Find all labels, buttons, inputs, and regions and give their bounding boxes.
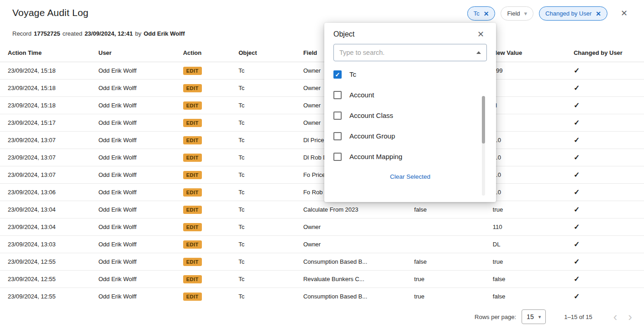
cell-user: Odd Erik Wolff xyxy=(95,253,179,271)
table-row[interactable]: 23/09/2024, 13:03 Odd Erik Wolff EDIT Tc… xyxy=(0,236,644,253)
table-row[interactable]: 23/09/2024, 12:55 Odd Erik Wolff EDIT Tc… xyxy=(0,271,644,288)
cell-user: Odd Erik Wolff xyxy=(95,97,179,114)
search-input[interactable] xyxy=(333,44,487,61)
cell-action-time: 23/09/2024, 15:18 xyxy=(0,80,95,97)
check-icon: ✓ xyxy=(574,67,580,75)
cell-object: Tc xyxy=(235,62,300,80)
checkbox-icon[interactable] xyxy=(333,153,342,161)
scrollbar-thumb[interactable] xyxy=(482,96,485,144)
checkbox-icon[interactable] xyxy=(333,132,342,140)
cell-action: EDIT xyxy=(179,97,235,114)
object-option[interactable]: Account xyxy=(333,85,487,105)
close-icon[interactable]: ✕ xyxy=(621,9,628,17)
filter-chips: Tc ✕ Field ▾ Changed by User ✕ xyxy=(467,6,607,21)
pagination-footer: Rows per page: 15 ▾ 1–15 of 15 ‹ › xyxy=(0,303,644,330)
scrollbar[interactable] xyxy=(482,96,485,196)
check-icon: ✓ xyxy=(574,101,580,109)
cell-new-value: DL xyxy=(489,236,570,253)
filter-chip-label: Tc xyxy=(474,10,480,17)
checkbox-icon[interactable]: ✓ xyxy=(333,70,342,79)
table-row[interactable]: 23/09/2024, 12:55 Odd Erik Wolff EDIT Tc… xyxy=(0,253,644,271)
top-bar: Voyage Audit Log Tc ✕ Field ▾ Changed by… xyxy=(0,0,644,25)
table-row[interactable]: 23/09/2024, 13:04 Odd Erik Wolff EDIT Tc… xyxy=(0,201,644,218)
cell-action-time: 23/09/2024, 13:04 xyxy=(0,218,95,236)
cell-user: Odd Erik Wolff xyxy=(95,114,179,132)
cell-action: EDIT xyxy=(179,184,235,201)
cell-field: Consumption Based B... xyxy=(300,288,411,305)
filter-chip[interactable]: Tc ✕ xyxy=(467,6,496,21)
check-icon: ✓ xyxy=(574,171,580,179)
cell-new-value: H xyxy=(489,97,570,114)
cell-action-time: 23/09/2024, 13:03 xyxy=(0,236,95,253)
object-option-label: Account Mapping xyxy=(349,153,402,160)
cell-object: Tc xyxy=(235,201,300,218)
object-option[interactable]: Account Class xyxy=(333,105,487,126)
column-header: User xyxy=(95,44,179,62)
check-icon: ✓ xyxy=(574,293,580,300)
chevron-up-icon[interactable] xyxy=(476,51,481,54)
checkbox-icon[interactable] xyxy=(333,112,342,120)
table-row[interactable]: 23/09/2024, 15:18 Odd Erik Wolff EDIT Tc… xyxy=(0,80,644,97)
chevron-down-icon[interactable]: ▾ xyxy=(524,10,528,17)
cell-new-value: .. xyxy=(489,114,570,132)
checkbox-icon[interactable] xyxy=(333,91,342,99)
cell-action: EDIT xyxy=(179,288,235,305)
table-row[interactable]: 23/09/2024, 15:18 Odd Erik Wolff EDIT Tc… xyxy=(0,62,644,80)
table-header-row: Action TimeUserActionObjectFieldOld Valu… xyxy=(0,44,644,62)
clear-selected-button[interactable]: Clear Selected xyxy=(387,173,433,181)
action-edit-badge: EDIT xyxy=(183,136,202,144)
close-icon[interactable]: ✕ xyxy=(484,10,489,17)
table-row[interactable]: 23/09/2024, 12:55 Odd Erik Wolff EDIT Tc… xyxy=(0,288,644,305)
object-option[interactable]: Account Group xyxy=(333,126,487,146)
table-row[interactable]: 23/09/2024, 13:04 Odd Erik Wolff EDIT Tc… xyxy=(0,218,644,236)
popup-title: Object xyxy=(333,30,354,38)
cell-action-time: 23/09/2024, 13:07 xyxy=(0,132,95,149)
cell-action: EDIT xyxy=(179,201,235,218)
cell-new-value: false xyxy=(489,271,570,288)
cell-action: EDIT xyxy=(179,271,235,288)
cell-object: Tc xyxy=(235,114,300,132)
cell-new-value: 0.0 xyxy=(489,184,570,201)
object-option[interactable]: Account Mapping xyxy=(333,146,487,166)
cell-action-time: 23/09/2024, 12:55 xyxy=(0,253,95,271)
check-icon: ✓ xyxy=(574,258,580,266)
cell-field: Calculate From 2023 xyxy=(300,201,411,218)
cell-changed-by-user: ✓ xyxy=(570,288,644,305)
cell-changed-by-user: ✓ xyxy=(570,62,644,80)
rows-per-page-label: Rows per page: xyxy=(475,314,516,320)
page-range-label: 1–15 of 15 xyxy=(564,314,592,320)
filter-chip[interactable]: Field ▾ xyxy=(501,6,533,21)
chevron-down-icon: ▾ xyxy=(538,314,541,320)
close-icon[interactable]: ✕ xyxy=(475,30,487,38)
table-row[interactable]: 23/09/2024, 13:07 Odd Erik Wolff EDIT Tc… xyxy=(0,149,644,166)
filter-chip[interactable]: Changed by User ✕ xyxy=(539,6,607,21)
cell-field: Owner xyxy=(300,218,411,236)
cell-action-time: 23/09/2024, 15:18 xyxy=(0,97,95,114)
next-page-button[interactable]: › xyxy=(623,311,638,323)
table-row[interactable]: 23/09/2024, 13:07 Odd Erik Wolff EDIT Tc… xyxy=(0,132,644,149)
action-edit-badge: EDIT xyxy=(183,154,202,162)
action-edit-badge: EDIT xyxy=(183,206,202,214)
filter-chip-label: Changed by User xyxy=(545,10,591,17)
object-option-label: Account xyxy=(349,91,374,99)
cell-user: Odd Erik Wolff xyxy=(95,80,179,97)
cell-new-value: 0.0 xyxy=(489,149,570,166)
record-id: 17752725 xyxy=(34,30,60,37)
cell-old-value xyxy=(411,236,489,253)
cell-changed-by-user: ✓ xyxy=(570,149,644,166)
close-icon[interactable]: ✕ xyxy=(596,10,601,17)
rows-per-page-select[interactable]: 15 ▾ xyxy=(522,309,546,324)
action-edit-badge: EDIT xyxy=(183,119,202,127)
previous-page-button[interactable]: ‹ xyxy=(608,311,623,323)
object-option[interactable]: ✓ Tc xyxy=(333,64,487,85)
record-author: Odd Erik Wolff xyxy=(143,30,185,37)
table-row[interactable]: 23/09/2024, 13:07 Odd Erik Wolff EDIT Tc… xyxy=(0,166,644,184)
record-by-word: by xyxy=(135,30,142,37)
cell-action: EDIT xyxy=(179,80,235,97)
table-row[interactable]: 23/09/2024, 13:06 Odd Erik Wolff EDIT Tc… xyxy=(0,184,644,201)
object-option-list: ✓ Tc Account Account Class Account Group… xyxy=(333,64,487,166)
cell-field: Revaluate Bunkers C... xyxy=(300,271,411,288)
cell-action-time: 23/09/2024, 12:55 xyxy=(0,288,95,305)
table-row[interactable]: 23/09/2024, 15:17 Odd Erik Wolff EDIT Tc… xyxy=(0,114,644,132)
table-row[interactable]: 23/09/2024, 15:18 Odd Erik Wolff EDIT Tc… xyxy=(0,97,644,114)
